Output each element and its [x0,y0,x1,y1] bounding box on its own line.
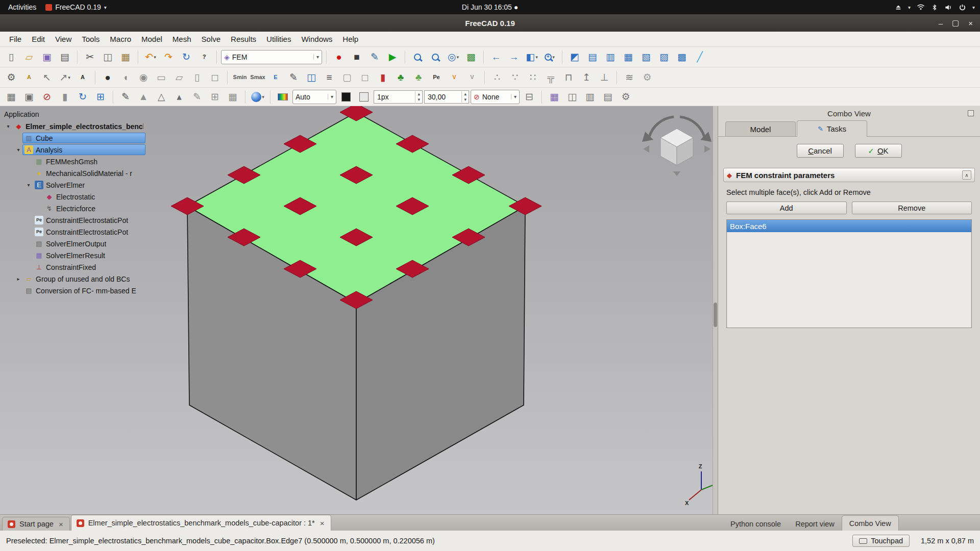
dropdown-arrow-icon[interactable]: ▾ [511,94,517,99]
constraint-initial-temperature-button[interactable]: ♣ [410,70,427,85]
solver-export-button[interactable]: ↖ [39,70,55,85]
cancel-button[interactable]: Cancel [797,144,844,158]
constraint-fixed-pin-button[interactable]: ⊥ [596,70,612,85]
mesh-nodes-button[interactable]: ▴ [171,89,187,105]
refresh-button[interactable]: ↻ [178,49,194,65]
mesh-region-button[interactable]: ▣ [21,89,37,105]
fluid-section-button[interactable]: ◻ [207,70,223,85]
dock-tab-combo-view[interactable]: Combo View [842,515,899,531]
highlight-mode[interactable]: ⊘None▾ [471,90,520,104]
face-list[interactable]: Box:Face6 [726,219,972,328]
dropdown-arrow-icon[interactable]: ▾ [328,94,333,99]
tree-item-group-of-unused-and-old-bcs[interactable]: ▸▱Group of unused and old BCs [0,273,147,285]
cut-button[interactable]: ✂ [82,49,98,65]
view-rear-button[interactable]: ▧ [638,49,654,65]
add-button[interactable]: Add [726,202,847,214]
electrostatic-doc-button[interactable]: E [267,70,284,85]
tree-item-conversion-of-fc-mm-based-e[interactable]: ▤Conversion of FC- mm-based E [0,285,147,296]
constraint-flow-button[interactable]: ↥ [578,70,595,85]
menu-solve[interactable]: Solve [197,32,226,46]
minimize-button[interactable]: – [939,19,943,28]
view-selection-button[interactable]: ◧▾ [524,49,540,65]
result-display-button[interactable]: ▾ [250,89,266,105]
material-reinforced-button[interactable]: ◉ [135,70,152,85]
tree-item-femmeshgmsh[interactable]: ▦FEMMeshGmsh [0,156,147,167]
dropdown-arrow-icon[interactable]: ▾ [154,55,156,60]
draw-style-button[interactable]: ◎▾ [445,49,461,65]
constraint-clamp-button[interactable]: ⊓ [560,70,577,85]
power-icon[interactable] [959,4,966,11]
constraint-network-button[interactable]: ∷ [525,70,541,85]
ok-button[interactable]: ✓ OK [855,144,902,158]
tree-item-solverelmer[interactable]: ▾ESolverElmer [0,179,147,191]
color-per-face-button[interactable]: ⊟ [521,89,537,105]
scrollbar-handle[interactable] [714,303,717,327]
constraint-pages-button[interactable]: ◫ [303,70,320,85]
mesh-faces-button[interactable]: ▲ [135,89,152,105]
constraint-section-button[interactable]: ◻ [357,70,373,85]
print-button[interactable]: ▤ [57,49,73,65]
color-white-button[interactable] [356,89,372,105]
face-list-item[interactable]: Box:Face6 [727,220,971,232]
file-open-button[interactable]: ▱ [21,49,37,65]
dropdown-arrow-icon[interactable]: ▾ [262,94,264,99]
tree-item-electricforce[interactable]: ↯Electricforce [0,203,147,214]
mesh-grid-button[interactable]: ⊞ [92,89,109,105]
menu-mesh[interactable]: Mesh [167,32,197,46]
analysis-container-button[interactable]: A [21,70,37,85]
zoom-in-button[interactable]: +▾ [542,49,558,65]
shell-thickness-button[interactable]: ▯ [189,70,205,85]
material-fluid-button[interactable]: ◖ [117,70,134,85]
file-new-button[interactable]: ▯ [3,49,19,65]
menu-windows[interactable]: Windows [296,32,337,46]
dropdown-arrow-icon[interactable]: ▾ [535,55,538,60]
mesh-edges-button[interactable]: △ [153,89,169,105]
menu-macro[interactable]: Macro [105,32,136,46]
menu-help[interactable]: Help [337,32,363,46]
nav-forward-button[interactable]: → [506,49,522,65]
tree-item-mechanicalsolidmaterial-r[interactable]: ●MechanicalSolidMaterial - r [0,167,147,179]
menu-file[interactable]: File [4,32,27,46]
electrostatic-potential-button[interactable]: V [446,70,462,85]
dropdown-arrow-icon[interactable]: ▾ [313,54,319,60]
tree-item-constraintfixed[interactable]: ⊥ConstraintFixed [0,261,147,273]
electric-force-button[interactable]: V [464,70,480,85]
menu-results[interactable]: Results [226,32,261,46]
dropdown-arrow-icon[interactable]: ▾ [552,55,555,60]
material-editor-button[interactable]: A [75,70,91,85]
close-icon[interactable]: × [58,520,64,529]
whats-this-button[interactable]: ? [196,49,212,65]
activities-button[interactable]: Activities [6,3,38,11]
expander-icon[interactable]: ▾ [14,147,22,153]
view-left-button[interactable]: ▩ [674,49,690,65]
point-size-steppers[interactable]: ▴▾ [461,91,469,103]
constraint-edit-button[interactable]: ✎ [285,70,302,85]
tree-item-cube[interactable]: ▧Cube [0,132,147,144]
box-zoom-button[interactable] [427,49,444,65]
flow-velocity-min-button[interactable]: Smin [232,70,248,85]
texture-view-button[interactable]: ▩ [463,49,479,65]
mesh-boundary-button[interactable]: ⊞ [207,89,223,105]
mesh-group-button[interactable]: ▮ [57,89,73,105]
mesh-box-button[interactable]: ▦ [3,89,19,105]
menu-edit[interactable]: Edit [27,32,50,46]
menu-tools[interactable]: Tools [77,32,105,46]
tab-tasks[interactable]: ✎Tasks [797,120,867,137]
constraint-plane-button[interactable]: ▢ [339,70,355,85]
expander-icon[interactable]: ▸ [14,276,22,282]
material-solid-button[interactable]: ● [100,70,116,85]
equation-list-button[interactable]: ≡ [321,70,337,85]
view-bottom-button[interactable]: ▨ [656,49,672,65]
view-front-button[interactable]: ▤ [584,49,601,65]
beam-section-button[interactable]: ▭ [153,70,169,85]
eject-icon[interactable] [895,4,902,11]
colorbar-gradient-button[interactable] [275,89,291,105]
section-view-button[interactable]: ▥ [582,89,598,105]
mesh-solid-button[interactable]: ▦ [225,89,241,105]
tree-item-solverelmerresult[interactable]: ▦SolverElmerResult [0,249,147,261]
close-icon[interactable]: × [319,519,326,528]
tree-item-electrostatic[interactable]: ◆Electrostatic [0,191,147,203]
expander-icon[interactable]: ▾ [4,123,12,129]
menu-utilities[interactable]: Utilities [261,32,296,46]
tree-item-analysis[interactable]: ▾AAnalysis [0,144,147,156]
